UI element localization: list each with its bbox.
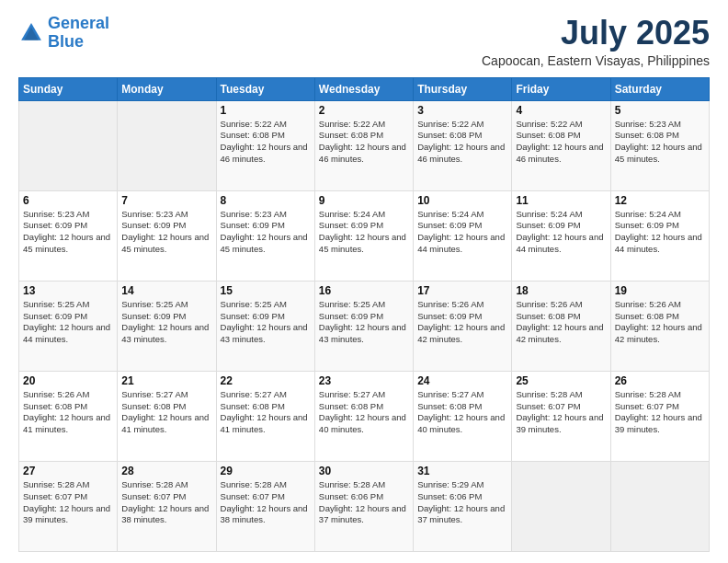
header-cell-thursday: Thursday: [414, 77, 512, 100]
day-number: 17: [417, 284, 507, 297]
cell-content: Sunrise: 5:23 AMSunset: 6:09 PMDaylight:…: [121, 209, 211, 256]
day-number: 5: [615, 104, 705, 117]
calendar-cell: 12Sunrise: 5:24 AMSunset: 6:09 PMDayligh…: [610, 190, 709, 281]
calendar-cell: 18Sunrise: 5:26 AMSunset: 6:08 PMDayligh…: [512, 281, 610, 371]
logo-general: General: [48, 14, 109, 32]
cell-content: Sunrise: 5:25 AMSunset: 6:09 PMDaylight:…: [23, 299, 113, 346]
day-number: 3: [417, 104, 507, 117]
day-number: 15: [221, 284, 311, 297]
cell-content: Sunrise: 5:26 AMSunset: 6:08 PMDaylight:…: [516, 299, 606, 346]
day-number: 25: [516, 374, 606, 387]
calendar-body: 1Sunrise: 5:22 AMSunset: 6:08 PMDaylight…: [19, 100, 710, 551]
calendar-week-1: 1Sunrise: 5:22 AMSunset: 6:08 PMDaylight…: [19, 100, 710, 190]
calendar-cell: 28Sunrise: 5:28 AMSunset: 6:07 PMDayligh…: [118, 461, 216, 551]
calendar-week-3: 13Sunrise: 5:25 AMSunset: 6:09 PMDayligh…: [19, 281, 710, 371]
main-title: July 2025: [482, 15, 710, 52]
logo-icon: [18, 20, 44, 46]
cell-content: Sunrise: 5:28 AMSunset: 6:07 PMDaylight:…: [221, 479, 311, 526]
calendar-cell: 27Sunrise: 5:28 AMSunset: 6:07 PMDayligh…: [19, 461, 118, 551]
calendar-cell: 25Sunrise: 5:28 AMSunset: 6:07 PMDayligh…: [512, 371, 610, 461]
cell-content: Sunrise: 5:28 AMSunset: 6:07 PMDaylight:…: [516, 389, 606, 436]
cell-content: Sunrise: 5:23 AMSunset: 6:08 PMDaylight:…: [615, 119, 705, 166]
day-number: 7: [121, 194, 211, 207]
calendar-cell: 30Sunrise: 5:28 AMSunset: 6:06 PMDayligh…: [314, 461, 413, 551]
day-number: 14: [121, 284, 211, 297]
calendar-cell: 9Sunrise: 5:24 AMSunset: 6:09 PMDaylight…: [314, 190, 413, 281]
calendar-cell: 15Sunrise: 5:25 AMSunset: 6:09 PMDayligh…: [216, 281, 314, 371]
cell-content: Sunrise: 5:22 AMSunset: 6:08 PMDaylight:…: [417, 119, 507, 166]
header-cell-saturday: Saturday: [610, 77, 709, 100]
calendar-cell: 16Sunrise: 5:25 AMSunset: 6:09 PMDayligh…: [314, 281, 413, 371]
cell-content: Sunrise: 5:27 AMSunset: 6:08 PMDaylight:…: [417, 389, 507, 436]
calendar-cell: 11Sunrise: 5:24 AMSunset: 6:09 PMDayligh…: [512, 190, 610, 281]
cell-content: Sunrise: 5:24 AMSunset: 6:09 PMDaylight:…: [417, 209, 507, 256]
cell-content: Sunrise: 5:26 AMSunset: 6:08 PMDaylight:…: [615, 299, 705, 346]
day-number: 22: [221, 374, 311, 387]
cell-content: Sunrise: 5:28 AMSunset: 6:07 PMDaylight:…: [615, 389, 705, 436]
calendar-week-2: 6Sunrise: 5:23 AMSunset: 6:09 PMDaylight…: [19, 190, 710, 281]
cell-content: Sunrise: 5:24 AMSunset: 6:09 PMDaylight:…: [319, 209, 409, 256]
calendar-cell: [19, 100, 118, 190]
day-number: 1: [221, 104, 311, 117]
day-number: 16: [319, 284, 409, 297]
calendar-cell: 20Sunrise: 5:26 AMSunset: 6:08 PMDayligh…: [19, 371, 118, 461]
day-number: 31: [417, 465, 507, 477]
day-number: 26: [615, 374, 705, 387]
calendar-cell: 19Sunrise: 5:26 AMSunset: 6:08 PMDayligh…: [610, 281, 709, 371]
header-cell-sunday: Sunday: [19, 77, 118, 100]
calendar-cell: 31Sunrise: 5:29 AMSunset: 6:06 PMDayligh…: [414, 461, 512, 551]
logo-text: General Blue: [48, 15, 109, 52]
header-cell-tuesday: Tuesday: [216, 77, 314, 100]
cell-content: Sunrise: 5:25 AMSunset: 6:09 PMDaylight:…: [121, 299, 211, 346]
cell-content: Sunrise: 5:22 AMSunset: 6:08 PMDaylight:…: [319, 119, 409, 166]
cell-content: Sunrise: 5:23 AMSunset: 6:09 PMDaylight:…: [221, 209, 311, 256]
page: General Blue July 2025 Capoocan, Eastern…: [0, 0, 728, 563]
calendar-cell: [610, 461, 709, 551]
subtitle: Capoocan, Eastern Visayas, Philippines: [482, 53, 710, 68]
day-number: 8: [221, 194, 311, 207]
calendar-week-5: 27Sunrise: 5:28 AMSunset: 6:07 PMDayligh…: [19, 461, 710, 551]
day-number: 24: [417, 374, 507, 387]
calendar-cell: 7Sunrise: 5:23 AMSunset: 6:09 PMDaylight…: [118, 190, 216, 281]
cell-content: Sunrise: 5:27 AMSunset: 6:08 PMDaylight:…: [121, 389, 211, 436]
day-number: 20: [23, 374, 113, 387]
calendar-cell: 1Sunrise: 5:22 AMSunset: 6:08 PMDaylight…: [216, 100, 314, 190]
calendar-cell: 5Sunrise: 5:23 AMSunset: 6:08 PMDaylight…: [610, 100, 709, 190]
cell-content: Sunrise: 5:22 AMSunset: 6:08 PMDaylight:…: [221, 119, 311, 166]
header-cell-monday: Monday: [118, 77, 216, 100]
cell-content: Sunrise: 5:25 AMSunset: 6:09 PMDaylight:…: [221, 299, 311, 346]
cell-content: Sunrise: 5:22 AMSunset: 6:08 PMDaylight:…: [516, 119, 606, 166]
calendar-cell: 17Sunrise: 5:26 AMSunset: 6:09 PMDayligh…: [414, 281, 512, 371]
calendar-cell: 6Sunrise: 5:23 AMSunset: 6:09 PMDaylight…: [19, 190, 118, 281]
day-number: 23: [319, 374, 409, 387]
title-block: July 2025 Capoocan, Eastern Visayas, Phi…: [482, 15, 710, 68]
day-number: 21: [121, 374, 211, 387]
calendar-cell: [118, 100, 216, 190]
calendar-header: SundayMondayTuesdayWednesdayThursdayFrid…: [19, 77, 710, 100]
day-number: 27: [23, 465, 113, 477]
day-number: 2: [319, 104, 409, 117]
calendar-cell: 14Sunrise: 5:25 AMSunset: 6:09 PMDayligh…: [118, 281, 216, 371]
cell-content: Sunrise: 5:25 AMSunset: 6:09 PMDaylight:…: [319, 299, 409, 346]
cell-content: Sunrise: 5:23 AMSunset: 6:09 PMDaylight:…: [23, 209, 113, 256]
logo-blue: Blue: [48, 33, 109, 52]
cell-content: Sunrise: 5:29 AMSunset: 6:06 PMDaylight:…: [417, 479, 507, 526]
logo: General Blue: [18, 15, 109, 52]
cell-content: Sunrise: 5:28 AMSunset: 6:07 PMDaylight:…: [121, 479, 211, 526]
calendar-cell: 4Sunrise: 5:22 AMSunset: 6:08 PMDaylight…: [512, 100, 610, 190]
cell-content: Sunrise: 5:27 AMSunset: 6:08 PMDaylight:…: [319, 389, 409, 436]
day-number: 28: [121, 465, 211, 477]
header-cell-wednesday: Wednesday: [314, 77, 413, 100]
calendar-cell: 2Sunrise: 5:22 AMSunset: 6:08 PMDaylight…: [314, 100, 413, 190]
cell-content: Sunrise: 5:26 AMSunset: 6:08 PMDaylight:…: [23, 389, 113, 436]
cell-content: Sunrise: 5:24 AMSunset: 6:09 PMDaylight:…: [516, 209, 606, 256]
calendar-cell: 24Sunrise: 5:27 AMSunset: 6:08 PMDayligh…: [414, 371, 512, 461]
calendar-cell: 3Sunrise: 5:22 AMSunset: 6:08 PMDaylight…: [414, 100, 512, 190]
day-number: 18: [516, 284, 606, 297]
calendar-cell: 26Sunrise: 5:28 AMSunset: 6:07 PMDayligh…: [610, 371, 709, 461]
day-number: 13: [23, 284, 113, 297]
day-number: 11: [516, 194, 606, 207]
calendar-cell: [512, 461, 610, 551]
calendar-week-4: 20Sunrise: 5:26 AMSunset: 6:08 PMDayligh…: [19, 371, 710, 461]
calendar-cell: 21Sunrise: 5:27 AMSunset: 6:08 PMDayligh…: [118, 371, 216, 461]
